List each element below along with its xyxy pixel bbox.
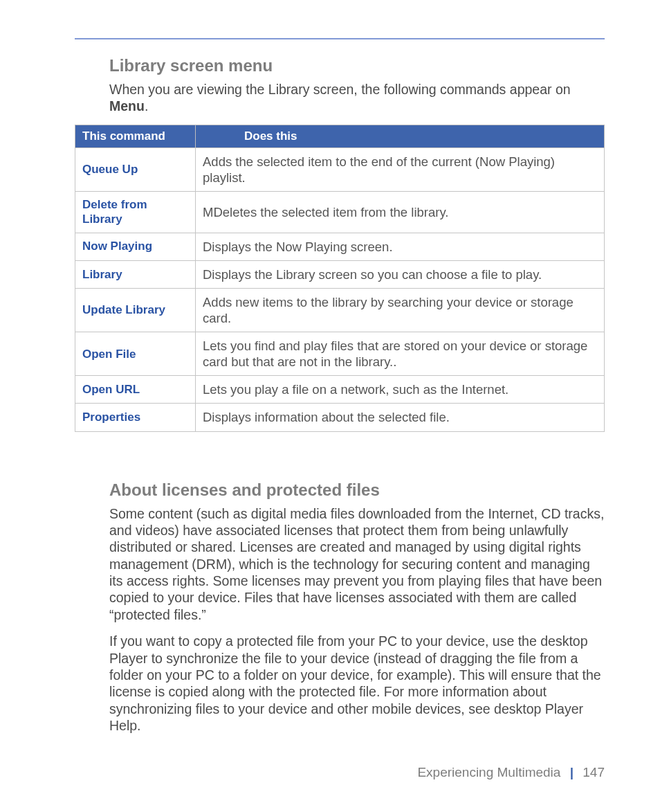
table-row: Library Displays the Library screen so y… <box>75 260 605 288</box>
command-cell: Now Playing <box>75 233 196 260</box>
description-cell: Displays information about the selected … <box>196 404 605 431</box>
licenses-paragraph-1: Some content (such as digital media file… <box>75 505 605 624</box>
table-row: Queue Up Adds the selected item to the e… <box>75 147 605 191</box>
document-page: Library screen menu When you are viewing… <box>0 0 660 812</box>
section-heading-library-menu: Library screen menu <box>75 56 605 75</box>
description-cell: Lets you play a file on a network, such … <box>196 376 605 404</box>
table-row: Open URL Lets you play a file on a netwo… <box>75 376 605 404</box>
table-header-command: This command <box>75 125 196 147</box>
table-row: Delete from Library MDeletes the selecte… <box>75 192 605 233</box>
section-heading-licenses: About licenses and protected files <box>75 480 605 500</box>
description-cell: Lets you find and play files that are st… <box>196 332 605 376</box>
table-header-row: This command Does this <box>75 125 605 147</box>
command-cell: Open URL <box>75 376 196 404</box>
footer-chapter: Experiencing Multimedia <box>417 765 560 779</box>
command-cell: Delete from Library <box>75 192 196 233</box>
command-cell: Update Library <box>75 288 196 332</box>
description-cell: Adds new items to the library by searchi… <box>196 288 605 332</box>
command-cell: Properties <box>75 404 196 431</box>
intro-paragraph: When you are viewing the Library screen,… <box>75 81 605 115</box>
table-row: Update Library Adds new items to the lib… <box>75 288 605 332</box>
page-content: Library screen menu When you are viewing… <box>75 38 605 734</box>
intro-text-a: When you are viewing the Library screen,… <box>109 82 571 97</box>
description-cell: Displays the Library screen so you can c… <box>196 260 605 288</box>
licenses-paragraph-2: If you want to copy a protected file fro… <box>75 633 605 734</box>
table-row: Properties Displays information about th… <box>75 404 605 431</box>
intro-text-b: . <box>145 98 148 114</box>
description-cell: Adds the selected item to the end of the… <box>196 147 605 191</box>
intro-text-bold: Menu <box>109 98 145 114</box>
description-cell: MDeletes the selected item from the libr… <box>196 192 605 233</box>
command-cell: Open File <box>75 332 196 376</box>
command-cell: Queue Up <box>75 147 196 191</box>
footer-separator: | <box>565 765 579 779</box>
table-row: Now Playing Displays the Now Playing scr… <box>75 233 605 260</box>
table-header-description: Does this <box>196 125 605 147</box>
description-cell: Displays the Now Playing screen. <box>196 233 605 260</box>
page-footer: Experiencing Multimedia | 147 <box>417 765 605 780</box>
table-row: Open File Lets you find and play files t… <box>75 332 605 376</box>
footer-page-number: 147 <box>583 765 605 779</box>
commands-table: This command Does this Queue Up Adds the… <box>75 125 605 432</box>
command-cell: Library <box>75 260 196 288</box>
header-rule <box>75 38 605 39</box>
